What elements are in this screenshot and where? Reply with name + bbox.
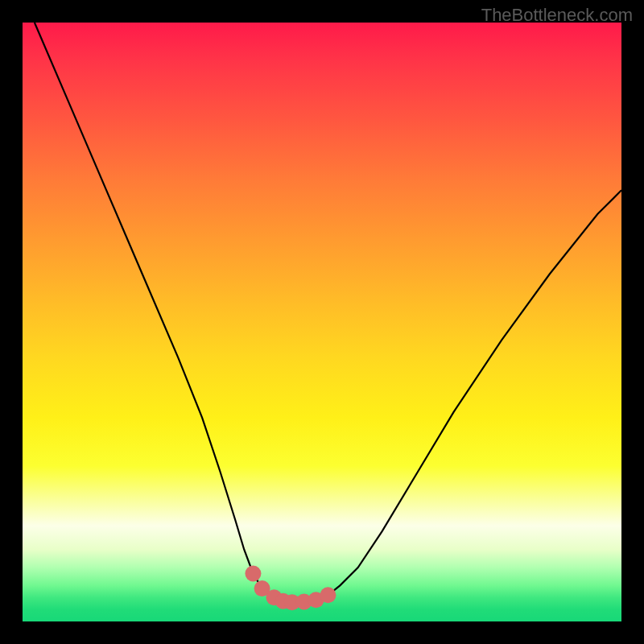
- bottleneck-curve: [35, 23, 621, 602]
- low-region-marker: [245, 565, 261, 581]
- chart-svg: [23, 23, 621, 621]
- low-region-marker: [320, 587, 336, 603]
- watermark-text: TheBottleneck.com: [481, 5, 633, 26]
- low-region-markers: [245, 565, 336, 610]
- bottleneck-chart: [23, 23, 621, 621]
